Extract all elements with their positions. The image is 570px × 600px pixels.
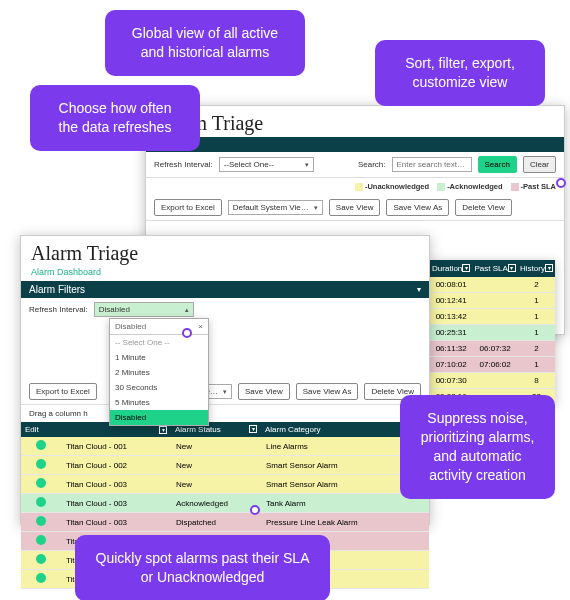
- table-row[interactable]: 00:12:411: [430, 293, 555, 309]
- panel-front: Alarm Triage Alarm Dashboard Alarm Filte…: [20, 235, 430, 525]
- refresh-option[interactable]: Disabled: [110, 410, 208, 425]
- edit-icon[interactable]: [36, 573, 46, 583]
- callout-global: Global view of all active and historical…: [105, 10, 305, 76]
- callout-dot-refresh: [182, 328, 192, 338]
- save-view-as-button[interactable]: Save View As: [296, 383, 359, 400]
- col-duration[interactable]: Duration▾: [430, 260, 472, 277]
- collapse-icon: ▾: [417, 285, 421, 294]
- table-row[interactable]: Titan Cloud - 003AcknowledgedTank Alarm: [21, 494, 429, 513]
- save-view-button-back[interactable]: Save View: [329, 199, 381, 216]
- callout-suppress: Suppress noise, prioritizing alarms, and…: [400, 395, 555, 499]
- page-title-back: Alarm Triage: [146, 106, 564, 137]
- filter-icon[interactable]: ▾: [545, 264, 553, 272]
- callout-refresh: Choose how often the data refreshes: [30, 85, 200, 151]
- refresh-label-front: Refresh Interval:: [29, 305, 88, 314]
- table-row[interactable]: 00:07:308: [430, 373, 555, 389]
- delete-view-button-back[interactable]: Delete View: [455, 199, 512, 216]
- drag-hint: Drag a column h: [21, 405, 429, 422]
- refresh-select[interactable]: Disabled▴: [94, 302, 194, 317]
- refresh-select-back[interactable]: --Select One--▾: [219, 157, 314, 172]
- edit-icon[interactable]: [36, 516, 46, 526]
- callout-sla: Quickly spot alarms past their SLA or Un…: [75, 535, 330, 600]
- legend: -Unacknowledged -Acknowledged -Past SLA: [355, 182, 556, 191]
- callout-sort: Sort, filter, export, customize view: [375, 40, 545, 106]
- refresh-option[interactable]: 2 Minutes: [110, 365, 208, 380]
- chevron-down-icon: ▴: [185, 306, 189, 314]
- edit-icon[interactable]: [36, 478, 46, 488]
- table-row[interactable]: 00:13:421: [430, 309, 555, 325]
- filter-icon[interactable]: ▾: [462, 264, 470, 272]
- save-view-as-button-back[interactable]: Save View As: [386, 199, 449, 216]
- duration-table: Duration▾ Past SLA▾ History▾ 00:08:01200…: [430, 260, 555, 405]
- clear-button[interactable]: Clear: [523, 156, 556, 173]
- search-label: Search:: [358, 160, 386, 169]
- table-row[interactable]: 00:08:012: [430, 277, 555, 293]
- edit-icon[interactable]: [36, 535, 46, 545]
- filter-icon[interactable]: ▾: [508, 264, 516, 272]
- close-icon[interactable]: ×: [198, 322, 203, 331]
- refresh-option[interactable]: 5 Minutes: [110, 395, 208, 410]
- filter-icon[interactable]: ▾: [159, 426, 167, 434]
- chevron-down-icon: ▾: [314, 204, 318, 212]
- edit-icon[interactable]: [36, 459, 46, 469]
- table-row[interactable]: Titan Cloud - 003NewSmart Sensor Alarm: [21, 475, 429, 494]
- search-button[interactable]: Search: [478, 156, 517, 173]
- save-view-button[interactable]: Save View: [238, 383, 290, 400]
- chevron-down-icon: ▾: [223, 388, 227, 396]
- breadcrumb[interactable]: Alarm Dashboard: [21, 267, 429, 281]
- col-history[interactable]: History▾: [518, 260, 555, 277]
- table-row[interactable]: Titan Cloud - 002NewSmart Sensor Alarm: [21, 456, 429, 475]
- search-input[interactable]: [392, 157, 472, 172]
- view-select-back[interactable]: Default System Vie…▾: [228, 200, 323, 215]
- table-row[interactable]: 00:25:311: [430, 325, 555, 341]
- col-past-sla[interactable]: Past SLA▾: [472, 260, 518, 277]
- refresh-label: Refresh Interval:: [154, 160, 213, 169]
- edit-icon[interactable]: [36, 497, 46, 507]
- filter-icon[interactable]: ▾: [249, 425, 257, 433]
- dropdown-header: -- Select One --: [110, 335, 208, 350]
- table-row[interactable]: Titan Cloud - 003DispatchedPressure Line…: [21, 513, 429, 532]
- filter-bar-back[interactable]: ▾: [146, 137, 564, 152]
- export-button[interactable]: Export to Excel: [29, 383, 97, 400]
- callout-dot-sla: [250, 505, 260, 515]
- table-row[interactable]: 06:11:3206:07:322: [430, 341, 555, 357]
- export-button-back[interactable]: Export to Excel: [154, 199, 222, 216]
- page-title: Alarm Triage: [21, 236, 429, 267]
- col-edit[interactable]: Edit: [21, 422, 61, 437]
- callout-dot-sort: [556, 178, 566, 188]
- refresh-option[interactable]: 30 Seconds: [110, 380, 208, 395]
- table-row[interactable]: Titan Cloud - 001NewLine Alarms: [21, 437, 429, 456]
- refresh-dropdown[interactable]: Disabled× -- Select One -- 1 Minute2 Min…: [109, 318, 209, 426]
- edit-icon[interactable]: [36, 440, 46, 450]
- table-row[interactable]: 07:10:0207:06:021: [430, 357, 555, 373]
- chevron-down-icon: ▾: [305, 161, 309, 169]
- filter-bar[interactable]: Alarm Filters▾: [21, 281, 429, 298]
- edit-icon[interactable]: [36, 554, 46, 564]
- refresh-option[interactable]: 1 Minute: [110, 350, 208, 365]
